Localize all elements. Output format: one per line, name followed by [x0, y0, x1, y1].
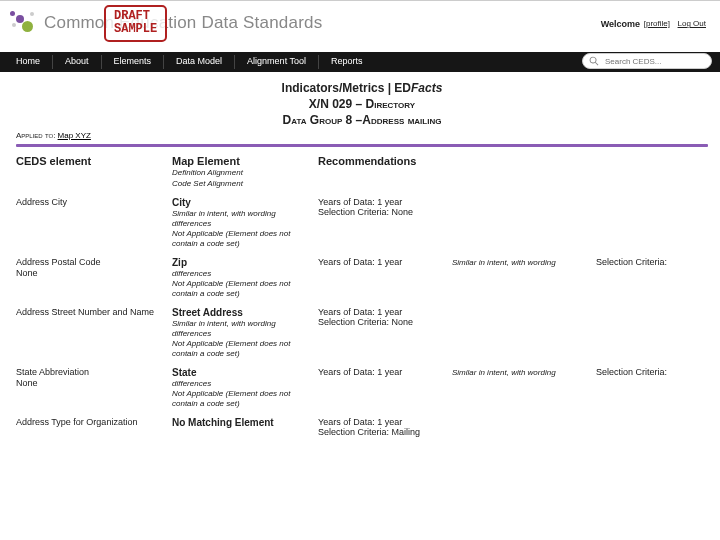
- nav-data-model[interactable]: Data Model: [164, 52, 234, 72]
- table-row-recommendations: Years of Data: 1 year Selection Criteria…: [318, 307, 446, 359]
- brand-text: Common Education Data Standards: [44, 13, 322, 33]
- search-input[interactable]: [603, 56, 703, 67]
- table-row-recommendations: Years of Data: 1 year: [318, 257, 446, 299]
- nav-about[interactable]: About: [53, 52, 101, 72]
- col-header-map-sub2: Code Set Alignment: [172, 179, 312, 189]
- col-header-map-sub1: Definition Alignment: [172, 168, 312, 178]
- map-element-notes: differences Not Applicable (Element does…: [172, 379, 312, 409]
- table-row-recommendations: Years of Data: 1 year Selection Criteria…: [318, 197, 446, 249]
- draft-line2: SAMPLE: [114, 23, 157, 36]
- table-row-map: CitySimilar in intent, with wording diff…: [172, 197, 312, 249]
- map-element-notes: Similar in intent, with wording differen…: [172, 209, 312, 249]
- draft-stamp: DRAFT SAMPLE: [104, 5, 167, 42]
- col-header-map: Map Element Definition Alignment Code Se…: [172, 155, 312, 189]
- table-row-overflow2: [596, 307, 716, 359]
- title-line2: X/N 029 – Directory: [16, 96, 708, 112]
- nav-home[interactable]: Home: [4, 52, 52, 72]
- nav-elements[interactable]: Elements: [102, 52, 164, 72]
- page-content: Indicators/Metrics | EDFacts X/N 029 – D…: [0, 72, 720, 455]
- table-row-overflow1: [452, 308, 590, 359]
- table-row-ceds: Address Postal Code None: [16, 257, 166, 299]
- table-row-overflow2: [596, 197, 716, 249]
- table-row-ceds: Address City: [16, 197, 166, 249]
- report-title: Indicators/Metrics | EDFacts X/N 029 – D…: [16, 80, 708, 129]
- table-row-overflow1: [452, 198, 590, 249]
- logout-link[interactable]: Log Out: [678, 19, 706, 28]
- map-element-name: Street Address: [172, 307, 312, 318]
- table-row-overflow1: [452, 418, 590, 437]
- nav-alignment-tool[interactable]: Alignment Tool: [235, 52, 318, 72]
- map-element-notes: Similar in intent, with wording differen…: [172, 319, 312, 359]
- title-line1b: Facts: [411, 81, 442, 95]
- table-row-recommendations: Years of Data: 1 year Selection Criteria…: [318, 417, 446, 437]
- table-row-ceds: Address Street Number and Name: [16, 307, 166, 359]
- search-icon: [589, 56, 599, 66]
- table-row-ceds: Address Type for Organization: [16, 417, 166, 437]
- applied-to: Applied to: Map XYZ: [16, 131, 708, 140]
- table-row-recommendations: Years of Data: 1 year: [318, 367, 446, 409]
- col-header-map-label: Map Element: [172, 155, 312, 167]
- profile-link[interactable]: [profile]: [644, 19, 670, 28]
- map-element-name: No Matching Element: [172, 417, 312, 428]
- table-row-overflow2: Selection Criteria:: [596, 257, 716, 299]
- main-nav: Home About Elements Data Model Alignment…: [0, 52, 720, 72]
- table-row-overflow2: Selection Criteria:: [596, 367, 716, 409]
- logo-dots-icon: [10, 9, 40, 37]
- site-header: Common Education Data Standards DRAFT SA…: [0, 0, 720, 52]
- map-element-notes: differences Not Applicable (Element does…: [172, 269, 312, 299]
- applied-to-link[interactable]: Map XYZ: [58, 131, 91, 140]
- map-element-name: State: [172, 367, 312, 378]
- divider: [16, 144, 708, 147]
- title-line3: Data Group 8 –Address mailing: [16, 112, 708, 128]
- table-row-overflow1: Similar in intent, with wording: [452, 258, 590, 299]
- title-line1a: Indicators/Metrics | ED: [282, 81, 411, 95]
- welcome-label: Welcome: [601, 19, 640, 29]
- table-row-map: Zipdifferences Not Applicable (Element d…: [172, 257, 312, 299]
- nav-reports[interactable]: Reports: [319, 52, 375, 72]
- table-row-map: Street AddressSimilar in intent, with wo…: [172, 307, 312, 359]
- table-row-map: No Matching Element: [172, 417, 312, 437]
- alignment-table: CEDS element Map Element Definition Alig…: [16, 155, 708, 437]
- table-row-overflow1: Similar in intent, with wording: [452, 368, 590, 409]
- table-row-ceds: State Abbreviation None: [16, 367, 166, 409]
- search-box[interactable]: [582, 53, 712, 69]
- map-element-name: Zip: [172, 257, 312, 268]
- table-row-map: Statedifferences Not Applicable (Element…: [172, 367, 312, 409]
- table-row-overflow2: [596, 417, 716, 437]
- col-header-rec: Recommendations: [318, 155, 446, 189]
- applied-to-label: Applied to:: [16, 131, 58, 140]
- map-element-name: City: [172, 197, 312, 208]
- col-header-ceds: CEDS element: [16, 155, 166, 189]
